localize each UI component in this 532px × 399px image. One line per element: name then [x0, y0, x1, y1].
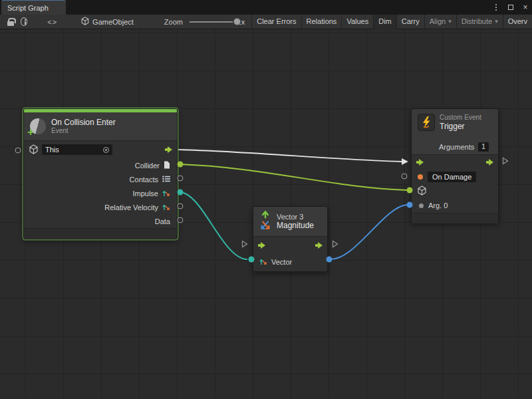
control-flow-row[interactable]	[412, 155, 498, 170]
control-output-port[interactable]	[315, 242, 323, 249]
port-relative-velocity-output[interactable]	[178, 203, 184, 209]
distribute-button[interactable]: Distribute ▾	[456, 15, 503, 29]
on-collision-enter-icon: +	[30, 118, 46, 134]
control-out-triangle-icon[interactable]	[502, 156, 509, 168]
relations-button[interactable]: Relations	[301, 15, 342, 29]
zoom-slider-knob[interactable]	[233, 18, 241, 25]
node-subtitle: Event	[51, 127, 116, 135]
port-oce-target-input[interactable]	[15, 148, 21, 154]
target-field[interactable]: This	[42, 144, 112, 155]
value-port-dot	[419, 203, 424, 208]
unity-editor-window: Script Graph × <> GameObject Zoom 1x Cle…	[0, 0, 532, 399]
clear-errors-button[interactable]: Clear Errors	[251, 15, 301, 29]
maximize-icon[interactable]	[507, 3, 515, 12]
vector3-mini-icon	[162, 203, 170, 212]
node-title: On Collision Enter	[51, 118, 116, 127]
graph-toolbar: <> GameObject Zoom 1x Clear Errors Relat…	[0, 15, 532, 29]
control-output-port[interactable]	[165, 146, 172, 153]
control-output-port[interactable]	[486, 159, 493, 166]
target-value: This	[45, 146, 59, 154]
wire-impulse-to-vector[interactable]	[180, 192, 247, 259]
node-header[interactable]: Vector 3 Magnitude	[253, 207, 327, 236]
port-label: Vector	[271, 258, 292, 266]
zoom-slider[interactable]	[190, 17, 233, 27]
port-vector-input[interactable]	[249, 257, 255, 263]
control-in-triangle-icon[interactable]	[241, 239, 248, 251]
dim-button[interactable]: Dim	[373, 15, 396, 29]
carry-button[interactable]: Carry	[396, 15, 424, 29]
custom-event-icon	[418, 114, 435, 131]
target-port-row[interactable]	[412, 184, 498, 198]
control-flow-row[interactable]	[253, 237, 327, 254]
port-label: Collider	[135, 162, 160, 170]
event-name-field[interactable]: On Damage	[428, 172, 476, 182]
lock-icon[interactable]	[6, 17, 13, 27]
control-out-triangle-icon[interactable]	[332, 239, 338, 251]
align-label: Align	[430, 15, 446, 29]
port-magnitude-output[interactable]	[327, 257, 332, 263]
port-contacts-output[interactable]	[178, 176, 184, 182]
values-button[interactable]: Values	[341, 15, 373, 29]
port-label: Arg. 0	[428, 201, 448, 209]
wire-control-flow[interactable]	[178, 150, 402, 162]
arguments-label: Arguments	[439, 143, 474, 151]
node-kind: Custom Event	[440, 114, 481, 122]
wire-collider-to-target[interactable]	[180, 164, 407, 190]
tab-label: Script Graph	[7, 4, 49, 12]
arguments-row[interactable]: Arguments 1	[412, 140, 498, 154]
port-impulse-output[interactable]	[178, 190, 184, 196]
port-row-relative-velocity[interactable]: Relative Velocity	[24, 200, 177, 214]
zoom-slider-track	[190, 21, 233, 23]
vector3-icon	[259, 209, 272, 233]
control-input-port[interactable]	[416, 159, 424, 166]
node-title: Trigger	[440, 122, 481, 131]
code-icon[interactable]: <>	[47, 18, 57, 26]
gameobject-label: GameObject	[92, 18, 134, 26]
port-data-output[interactable]	[178, 217, 184, 223]
target-port-row[interactable]: This	[24, 141, 177, 158]
arg0-port-row[interactable]: Arg. 0	[412, 198, 498, 213]
port-row-impulse[interactable]: Impulse	[24, 186, 177, 200]
close-icon[interactable]: ×	[521, 3, 529, 12]
align-button[interactable]: Align ▾	[424, 15, 456, 29]
port-collider-output[interactable]	[178, 162, 184, 168]
arguments-count-field[interactable]: 1	[478, 142, 489, 152]
tab-bar: Script Graph ×	[0, 0, 532, 15]
port-row-data[interactable]: Data	[24, 214, 177, 228]
gameobject-button[interactable]: GameObject	[81, 17, 134, 27]
control-input-port[interactable]	[258, 242, 265, 249]
vector-input-row[interactable]: Vector	[253, 254, 327, 270]
port-arg0-input[interactable]	[407, 202, 413, 208]
dropdown-arrow-icon: ▾	[495, 15, 498, 29]
overview-button[interactable]: Overv	[503, 15, 532, 29]
vector3-mini-icon	[259, 257, 267, 267]
vector3-mini-icon	[162, 189, 170, 198]
port-label: Relative Velocity	[104, 203, 158, 211]
gameobject-icon	[81, 17, 89, 27]
node-footer	[24, 229, 177, 239]
gameobject-cube-icon	[29, 144, 38, 156]
port-row-contacts[interactable]: Contacts	[24, 172, 177, 186]
port-event-target-input[interactable]	[407, 188, 413, 194]
node-on-collision-enter[interactable]: + On Collision Enter Event This Collider	[23, 108, 178, 239]
kebab-menu-icon[interactable]	[492, 3, 500, 12]
wire-control-arrowhead	[402, 158, 408, 165]
node-header[interactable]: + On Collision Enter Event	[24, 112, 177, 140]
event-name-row[interactable]: On Damage	[412, 170, 498, 184]
string-port-dot	[418, 174, 423, 180]
port-event-name-input[interactable]	[402, 174, 408, 180]
distribute-label: Distribute	[462, 15, 492, 29]
object-picker-icon[interactable]	[103, 147, 109, 153]
info-icon[interactable]	[21, 17, 27, 26]
node-header[interactable]: Custom Event Trigger	[412, 109, 498, 140]
list-icon	[162, 176, 170, 184]
graph-canvas[interactable]: + On Collision Enter Event This Collider	[0, 29, 532, 399]
tab-script-graph[interactable]: Script Graph	[1, 0, 66, 15]
node-trigger-custom-event[interactable]: Custom Event Trigger Arguments 1 On Dama…	[411, 108, 499, 223]
port-row-collider[interactable]: Collider	[24, 158, 177, 172]
event-name-value: On Damage	[432, 173, 471, 181]
port-label: Data	[155, 217, 170, 225]
node-vector3-magnitude[interactable]: Vector 3 Magnitude Vector	[253, 206, 328, 272]
wire-magnitude-to-arg0[interactable]	[331, 205, 407, 259]
gameobject-cube-icon	[418, 186, 426, 197]
